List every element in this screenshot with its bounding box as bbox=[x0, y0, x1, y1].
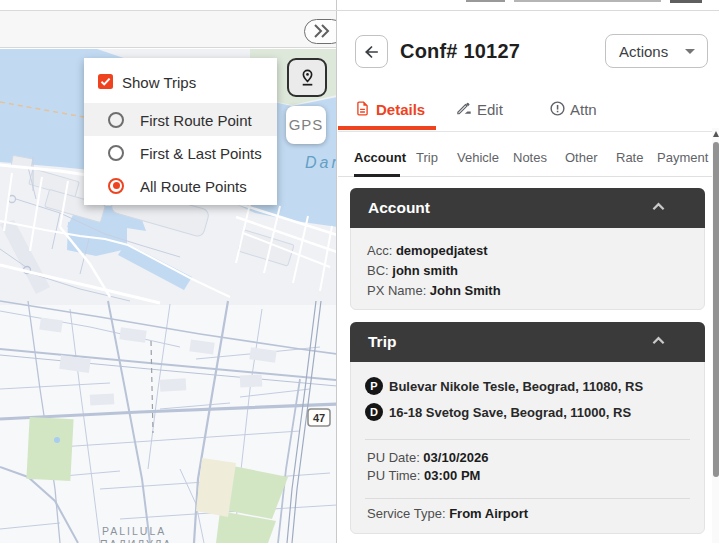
svg-text:PALILULA: PALILULA bbox=[102, 525, 166, 537]
svg-text:ПАЛИЛУЛА: ПАЛИЛУЛА bbox=[100, 538, 172, 543]
svg-text:Dan: Dan bbox=[305, 154, 337, 171]
svg-text:47: 47 bbox=[313, 412, 325, 424]
